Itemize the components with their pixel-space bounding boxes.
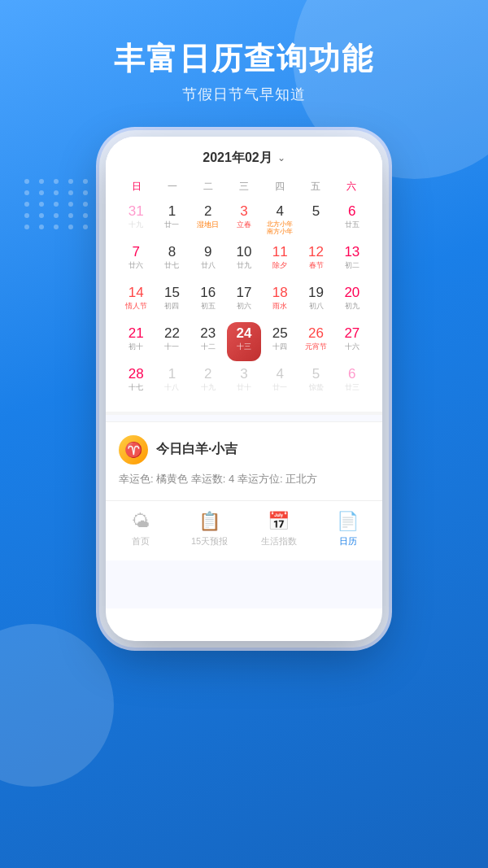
calendar-weekdays: 日 一 二 三 四 五 六 <box>119 177 369 197</box>
nav-label-forecast: 15天预报 <box>191 535 228 547</box>
cal-day-21[interactable]: 21 初十 <box>119 322 153 361</box>
cal-day-13[interactable]: 13 初二 <box>335 241 369 280</box>
fortune-section: ♈ 今日白羊·小吉 幸运色: 橘黄色 幸运数: 4 幸运方位: 正北方 <box>106 421 382 501</box>
cal-day-mar3[interactable]: 3 廿十 <box>227 363 261 402</box>
nav-item-calendar[interactable]: 📄 日历 <box>313 508 382 551</box>
cal-day-25[interactable]: 25 十四 <box>263 322 297 361</box>
calendar-header[interactable]: 2021年02月 ⌄ <box>119 150 369 167</box>
fortune-detail: 幸运色: 橘黄色 幸运数: 4 幸运方位: 正北方 <box>119 471 369 488</box>
cal-day-18[interactable]: 18 雨水 <box>263 281 297 321</box>
cal-day-23[interactable]: 23 十二 <box>191 322 225 361</box>
cal-day-26[interactable]: 26 元宵节 <box>298 322 333 361</box>
weekday-sun: 日 <box>119 177 155 197</box>
calendar-container: 2021年02月 ⌄ 日 一 二 三 四 五 六 31 十九 <box>106 137 382 412</box>
cal-day-31[interactable]: 31 十九 <box>119 200 153 239</box>
cal-day-9[interactable]: 9 廿八 <box>191 241 225 280</box>
nav-item-home[interactable]: 🌤 首页 <box>106 508 175 551</box>
calendar-month-title: 2021年02月 <box>203 150 272 167</box>
nav-item-forecast[interactable]: 📋 15天预报 <box>175 508 244 551</box>
bg-dots <box>24 179 91 229</box>
bg-decoration-2 <box>0 624 114 787</box>
nav-item-index[interactable]: 📅 生活指数 <box>244 508 313 551</box>
cal-day-mar1[interactable]: 1 十八 <box>155 363 189 402</box>
phone-mockup: 2021年02月 ⌄ 日 一 二 三 四 五 六 31 十九 <box>106 137 382 641</box>
cal-day-10[interactable]: 10 廿九 <box>227 241 261 280</box>
weekday-fri: 五 <box>298 177 333 197</box>
cal-day-17[interactable]: 17 初六 <box>227 281 261 321</box>
cal-day-mar6[interactable]: 6 廿三 <box>335 363 369 402</box>
cal-day-22[interactable]: 22 十一 <box>155 322 189 361</box>
cal-day-8[interactable]: 8 廿七 <box>155 241 189 280</box>
cal-day-11[interactable]: 11 除夕 <box>263 241 297 280</box>
nav-label-home: 首页 <box>132 535 150 547</box>
chevron-down-icon[interactable]: ⌄ <box>277 152 285 164</box>
weekday-mon: 一 <box>155 177 190 197</box>
fortune-icon: ♈ <box>119 435 148 465</box>
forecast-icon: 📋 <box>198 511 220 532</box>
cal-day-27[interactable]: 27 十六 <box>335 322 369 361</box>
bottom-nav: 🌤 首页 📋 15天预报 📅 生活指数 📄 日历 <box>106 500 382 560</box>
cal-day-6[interactable]: 6 廿五 <box>335 200 369 239</box>
cal-day-mar2[interactable]: 2 十九 <box>191 363 225 402</box>
cal-day-3[interactable]: 3 立春 <box>227 200 261 239</box>
header-title: 丰富日历查询功能 <box>16 41 472 78</box>
cal-day-28[interactable]: 28 十七 <box>119 363 153 402</box>
cal-day-15[interactable]: 15 初四 <box>155 281 189 321</box>
cal-day-2[interactable]: 2 湿地日 <box>191 200 225 239</box>
cal-day-1[interactable]: 1 廿一 <box>155 200 189 239</box>
cal-day-7[interactable]: 7 廿六 <box>119 241 153 280</box>
cal-day-12[interactable]: 12 春节 <box>298 241 333 280</box>
header-subtitle: 节假日节气早知道 <box>16 85 472 104</box>
weekday-thu: 四 <box>262 177 298 197</box>
index-icon: 📅 <box>268 511 290 532</box>
cal-day-24-selected[interactable]: 24 十三 <box>227 322 261 361</box>
home-icon: 🌤 <box>132 511 150 532</box>
cal-day-19[interactable]: 19 初八 <box>298 281 333 321</box>
separator <box>106 412 382 415</box>
weekday-sat: 六 <box>333 177 369 197</box>
cal-day-5[interactable]: 5 <box>298 200 333 239</box>
weekday-wed: 三 <box>226 177 262 197</box>
nav-label-calendar: 日历 <box>339 535 357 547</box>
calendar-icon: 📄 <box>337 511 359 532</box>
header-section: 丰富日历查询功能 节假日节气早知道 <box>0 0 488 120</box>
cal-day-mar4[interactable]: 4 廿一 <box>263 363 297 402</box>
nav-label-index: 生活指数 <box>261 535 297 547</box>
cal-day-mar5[interactable]: 5 惊蛰 <box>298 363 333 402</box>
cal-day-4[interactable]: 4 北方小年南方小年 <box>263 200 297 239</box>
phone-screen: 2021年02月 ⌄ 日 一 二 三 四 五 六 31 十九 <box>106 137 382 608</box>
fortune-header: ♈ 今日白羊·小吉 <box>119 435 369 465</box>
fortune-title: 今日白羊·小吉 <box>156 441 237 458</box>
cal-day-16[interactable]: 16 初五 <box>191 281 225 321</box>
weekday-tue: 二 <box>190 177 226 197</box>
calendar-grid: 31 十九 1 廿一 2 湿地日 3 立春 4 北方小年南方小年 <box>119 200 369 402</box>
cal-day-20[interactable]: 20 初九 <box>335 281 369 321</box>
cal-day-14[interactable]: 14 情人节 <box>119 281 153 321</box>
